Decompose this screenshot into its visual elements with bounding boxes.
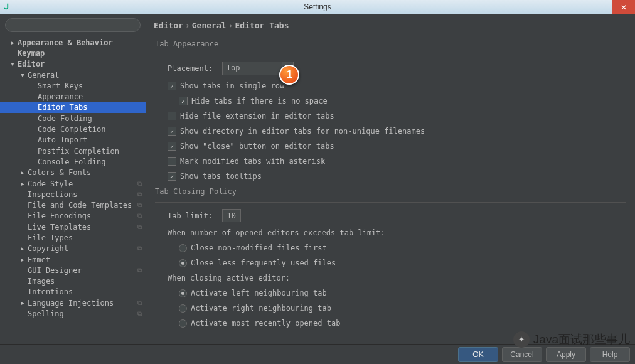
- settings-sidebar: 🔍 ▶Appearance & Behavior▶Keymap▼Editor▼G…: [0, 14, 146, 344]
- tree-item-label: Editor Tabs: [38, 103, 142, 112]
- tree-item-label: Emmet: [28, 255, 142, 264]
- tree-item[interactable]: ▶Postfix Completion: [0, 146, 146, 156]
- tree-item[interactable]: ▶Spelling⧉: [0, 308, 146, 319]
- tree-item[interactable]: ▼General: [0, 70, 146, 80]
- tree-arrow-icon: ▶: [19, 257, 26, 263]
- tree-item-label: Images: [28, 277, 142, 286]
- tree-item-label: Postfix Completion: [38, 147, 142, 156]
- tree-item-label: Language Injections: [28, 299, 137, 308]
- tree-item[interactable]: ▶Emmet: [0, 254, 146, 265]
- radio-close-nonmod[interactable]: [179, 244, 187, 252]
- project-scope-icon: ⧉: [137, 201, 142, 209]
- tree-item[interactable]: ▶Colors & Fonts: [0, 168, 146, 178]
- tree-item-label: Auto Import: [38, 136, 142, 144]
- tree-item[interactable]: ▶Auto Import: [0, 135, 146, 146]
- checkbox-single-row[interactable]: [168, 82, 176, 90]
- project-scope-icon: ⧉: [137, 212, 142, 220]
- tree-arrow-icon: ▶: [19, 169, 26, 176]
- project-scope-icon: ⧉: [137, 267, 142, 274]
- tree-item-label: Code Folding: [38, 114, 142, 123]
- group-tab-closing: Tab Closing Policy: [155, 187, 626, 196]
- titlebar: ᒍ Settings ✕: [0, 0, 635, 14]
- placement-select[interactable]: Top: [222, 62, 282, 75]
- tree-item-label: Inspections: [28, 190, 137, 199]
- tree-item[interactable]: ▶Smart Keys: [0, 80, 146, 91]
- project-scope-icon: ⧉: [137, 191, 142, 198]
- checkbox-hide-ext[interactable]: [168, 112, 176, 120]
- tree-item[interactable]: ▶File Types: [0, 232, 146, 243]
- tree-arrow-icon: ▼: [9, 61, 16, 67]
- breadcrumb: Editor› General› Editor Tabs: [146, 14, 635, 36]
- radio-act-left[interactable]: [179, 289, 187, 297]
- radio-close-lfu[interactable]: [179, 259, 187, 267]
- project-scope-icon: ⧉: [137, 223, 142, 231]
- project-scope-icon: ⧉: [137, 310, 142, 318]
- project-scope-icon: ⧉: [137, 299, 142, 307]
- tree-item[interactable]: ▶GUI Designer⧉: [0, 265, 146, 276]
- checkbox-hide-no-space[interactable]: [179, 97, 188, 105]
- search-input[interactable]: [5, 18, 141, 32]
- tree-item[interactable]: ▶File Encodings⧉: [0, 211, 146, 222]
- placement-label: Placement:: [168, 64, 213, 73]
- tree-item[interactable]: ▶File and Code Templates⧉: [0, 200, 146, 210]
- checkbox-mark-mod[interactable]: [168, 157, 176, 166]
- closing-active-text: When closing active editor:: [168, 274, 290, 282]
- tree-item[interactable]: ▶Code Style⧉: [0, 178, 146, 189]
- tree-arrow-icon: ▶: [9, 40, 16, 46]
- apply-button[interactable]: Apply: [546, 347, 586, 362]
- wechat-icon: ✦: [513, 331, 530, 348]
- tree-item[interactable]: ▶Editor Tabs: [0, 102, 146, 113]
- tree-item-label: Smart Keys: [38, 82, 142, 90]
- tree-item-label: Console Folding: [38, 158, 142, 166]
- checkbox-show-dir[interactable]: [168, 127, 176, 136]
- project-scope-icon: ⧉: [137, 180, 142, 188]
- tab-limit-label: Tab limit:: [168, 211, 213, 220]
- tree-arrow-icon: ▼: [19, 72, 26, 78]
- app-icon: ᒍ: [4, 2, 14, 12]
- tree-item-label: Spelling: [28, 309, 137, 318]
- help-button[interactable]: Help: [590, 347, 630, 362]
- tree-item-label: GUI Designer: [28, 266, 137, 275]
- tree-item[interactable]: ▶Appearance & Behavior: [0, 37, 146, 48]
- tree-item-label: Colors & Fonts: [28, 168, 142, 177]
- cancel-button[interactable]: Cancel: [502, 347, 542, 362]
- tree-item-label: File Encodings: [28, 211, 137, 220]
- tree-item-label: File and Code Templates: [28, 201, 137, 210]
- ok-button[interactable]: OK: [458, 347, 498, 362]
- tree-arrow-icon: ▶: [19, 245, 26, 252]
- checkbox-tooltips[interactable]: [168, 172, 176, 181]
- tree-item[interactable]: ▶Appearance: [0, 91, 146, 102]
- close-button[interactable]: ✕: [612, 0, 635, 14]
- tree-arrow-icon: ▶: [19, 300, 26, 306]
- tree-item[interactable]: ▶Inspections⧉: [0, 189, 146, 200]
- tree-item[interactable]: ▶Console Folding: [0, 156, 146, 167]
- callout-marker-1: 1: [279, 65, 299, 85]
- tree-item[interactable]: ▶Images: [0, 276, 146, 287]
- watermark: ✦ Java面试那些事儿: [513, 331, 630, 348]
- tree-item[interactable]: ▶Intentions: [0, 287, 146, 297]
- tree-item[interactable]: ▶Code Completion: [0, 124, 146, 134]
- tree-item[interactable]: ▶Live Templates⧉: [0, 222, 146, 232]
- tree-item[interactable]: ▶Copyright⧉: [0, 244, 146, 254]
- tree-item-label: Editor: [18, 60, 142, 68]
- radio-act-right[interactable]: [179, 304, 187, 313]
- tree-item-label: Copyright: [28, 244, 137, 253]
- radio-act-recent[interactable]: [179, 319, 187, 328]
- tab-limit-input[interactable]: [222, 209, 241, 222]
- tree-item-label: Appearance & Behavior: [18, 38, 142, 47]
- tree-item[interactable]: ▼Editor: [0, 59, 146, 70]
- tree-item-label: Code Completion: [38, 125, 142, 134]
- tree-item-label: Code Style: [28, 179, 137, 188]
- tree-arrow-icon: ▶: [19, 181, 26, 187]
- project-scope-icon: ⧉: [137, 245, 142, 252]
- tree-item[interactable]: ▶Language Injections⧉: [0, 297, 146, 308]
- tree-item-label: General: [28, 71, 142, 80]
- tree-item-label: File Types: [28, 233, 142, 242]
- settings-tree[interactable]: ▶Appearance & Behavior▶Keymap▼Editor▼Gen…: [0, 36, 146, 344]
- tree-item-label: Keymap: [18, 49, 142, 58]
- tree-item-label: Appearance: [38, 92, 142, 101]
- tree-item[interactable]: ▶Keymap: [0, 48, 146, 58]
- window-title: Settings: [0, 3, 635, 11]
- checkbox-show-close[interactable]: [168, 142, 176, 151]
- tree-item[interactable]: ▶Code Folding: [0, 113, 146, 124]
